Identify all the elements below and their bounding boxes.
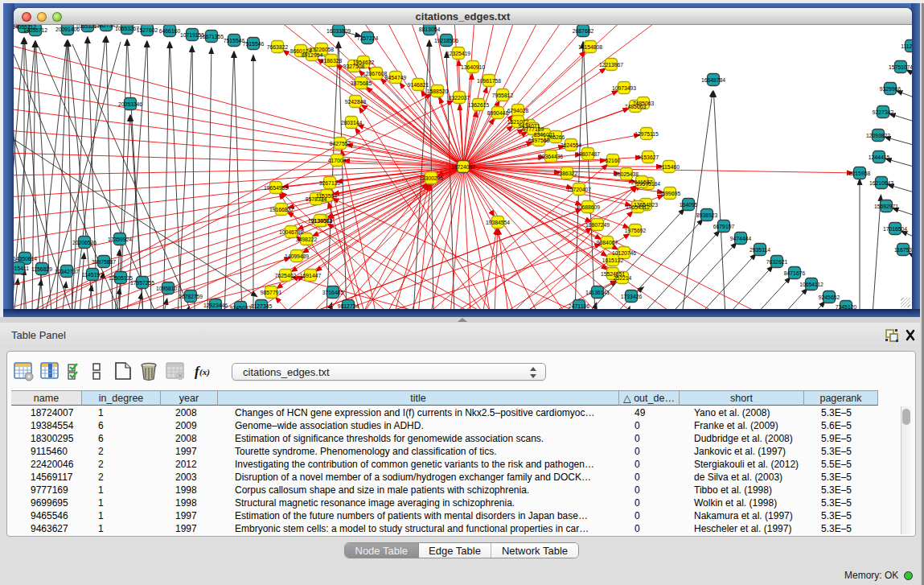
- svg-text:14055712: 14055712: [23, 27, 47, 33]
- svg-text:16033809: 16033809: [326, 28, 351, 34]
- svg-text:19166827: 19166827: [269, 207, 294, 212]
- svg-text:8912954: 8912954: [302, 52, 323, 58]
- svg-text:12213967: 12213967: [599, 62, 623, 68]
- svg-text:10120746: 10120746: [612, 250, 636, 256]
- svg-text:8186328: 8186328: [321, 58, 343, 64]
- svg-text:15692971: 15692971: [874, 204, 898, 209]
- svg-text:10025438: 10025438: [614, 171, 639, 177]
- svg-text:1362615: 1362615: [468, 102, 490, 108]
- svg-text:12134063: 12134063: [308, 218, 332, 224]
- svg-text:15720407: 15720407: [567, 187, 591, 192]
- svg-text:1954632: 1954632: [353, 60, 375, 65]
- svg-text:13640910: 13640910: [461, 64, 485, 70]
- svg-text:2935114: 2935114: [749, 247, 770, 253]
- svg-text:9153627: 9153627: [638, 154, 659, 160]
- svg-text:18807249: 18807249: [585, 222, 610, 228]
- svg-text:7632621: 7632621: [766, 259, 788, 265]
- svg-text:19384554: 19384554: [486, 220, 510, 225]
- svg-text:62160: 62160: [606, 158, 621, 163]
- svg-text:1733426: 1733426: [621, 294, 643, 299]
- svg-text:8471676: 8471676: [784, 270, 806, 276]
- svg-text:3498222: 3498222: [296, 237, 318, 242]
- svg-text:8322037: 8322037: [449, 95, 470, 101]
- svg-text:9146821: 9146821: [408, 82, 429, 88]
- svg-text:12342737: 12342737: [55, 269, 79, 274]
- svg-text:9699695: 9699695: [659, 191, 681, 196]
- svg-text:17016504: 17016504: [883, 226, 907, 232]
- svg-text:7625402: 7625402: [275, 273, 297, 278]
- svg-text:7515546: 7515546: [224, 38, 245, 43]
- svg-text:19218506: 19218506: [434, 38, 458, 43]
- svg-text:10654112: 10654112: [799, 282, 823, 287]
- svg-text:2687682: 2687682: [573, 28, 594, 34]
- svg-text:9857791: 9857791: [261, 290, 282, 295]
- svg-text:1588520: 1588520: [427, 89, 449, 94]
- svg-text:7386322: 7386322: [556, 171, 578, 176]
- svg-text:14099489: 14099489: [285, 253, 309, 259]
- svg-text:9812734: 9812734: [338, 303, 359, 309]
- svg-text:2803144: 2803144: [341, 120, 363, 126]
- svg-text:19654312: 19654312: [626, 204, 650, 210]
- svg-text:8427552: 8427552: [330, 141, 351, 146]
- svg-text:8990448: 8990448: [487, 110, 509, 116]
- svg-text:16154808: 16154808: [578, 44, 602, 50]
- svg-text:10046788: 10046788: [279, 229, 303, 235]
- svg-text:6497568: 6497568: [528, 138, 550, 143]
- svg-text:8938923: 8938923: [696, 212, 718, 218]
- svg-text:8578334: 8578334: [306, 196, 327, 202]
- svg-text:1691447: 1691447: [300, 273, 322, 278]
- svg-text:9245033: 9245033: [230, 305, 252, 310]
- svg-text:16210643: 16210643: [869, 180, 893, 186]
- svg-text:16671355: 16671355: [199, 34, 224, 39]
- svg-text:16648784: 16648784: [701, 77, 725, 83]
- svg-text:417004: 417004: [328, 158, 347, 163]
- svg-text:12093822: 12093822: [866, 133, 890, 138]
- svg-text:16782759: 16782759: [179, 294, 203, 299]
- svg-text:1145193: 1145193: [82, 272, 103, 278]
- svg-text:8454749: 8454749: [385, 75, 407, 80]
- svg-text:14350614: 14350614: [14, 256, 37, 262]
- svg-text:3624554: 3624554: [561, 142, 582, 148]
- svg-text:9474444: 9474444: [730, 236, 752, 241]
- svg-text:39975887: 39975887: [92, 259, 116, 265]
- svg-text:7357224: 7357224: [357, 35, 379, 41]
- svg-text:3915411: 3915411: [14, 266, 29, 271]
- svg-text:10653267: 10653267: [115, 26, 139, 31]
- svg-text:15751074: 15751074: [889, 64, 912, 70]
- svg-text:116753: 116753: [894, 247, 912, 253]
- svg-text:9245652: 9245652: [819, 295, 840, 300]
- svg-text:17359924: 17359924: [108, 237, 132, 242]
- svg-text:3875685: 3875685: [351, 80, 372, 86]
- svg-text:8215958: 8215958: [849, 171, 871, 176]
- svg-text:9329966: 9329966: [880, 86, 901, 92]
- svg-text:10807487: 10807487: [576, 151, 600, 157]
- svg-text:7663822: 7663822: [267, 44, 289, 50]
- svg-text:2441537: 2441537: [631, 179, 653, 185]
- svg-text:6466160: 6466160: [159, 28, 181, 34]
- svg-text:17957255: 17957255: [130, 280, 154, 286]
- svg-text:9084067: 9084067: [597, 240, 618, 245]
- svg-text:12505135: 12505135: [109, 275, 133, 281]
- svg-text:9242848: 9242848: [345, 99, 367, 105]
- svg-text:1975692: 1975692: [625, 228, 647, 233]
- svg-text:10973493: 10973493: [612, 85, 636, 91]
- svg-text:7485063: 7485063: [633, 101, 655, 106]
- svg-text:10688609: 10688609: [576, 204, 600, 210]
- svg-text:9115460: 9115460: [659, 164, 680, 170]
- svg-text:3267130: 3267130: [319, 180, 341, 186]
- svg-text:13226058: 13226058: [310, 47, 334, 52]
- svg-text:8813054: 8813054: [419, 27, 441, 32]
- svg-text:14136141: 14136141: [585, 290, 610, 295]
- svg-text:10961758: 10961758: [477, 78, 501, 84]
- svg-text:7955812: 7955812: [492, 93, 514, 98]
- svg-text:1615132: 1615132: [602, 257, 624, 263]
- svg-text:8127345: 8127345: [251, 303, 273, 309]
- svg-text:164095: 164095: [680, 202, 698, 208]
- svg-text:9227342: 9227342: [873, 109, 894, 115]
- svg-text:2867608: 2867608: [366, 71, 388, 76]
- svg-text:6794028: 6794028: [507, 108, 529, 113]
- svg-text:12923446: 12923446: [203, 303, 228, 308]
- svg-text:7345120: 7345120: [836, 304, 857, 310]
- svg-text:252214: 252214: [614, 275, 632, 281]
- svg-text:12975115: 12975115: [634, 131, 659, 137]
